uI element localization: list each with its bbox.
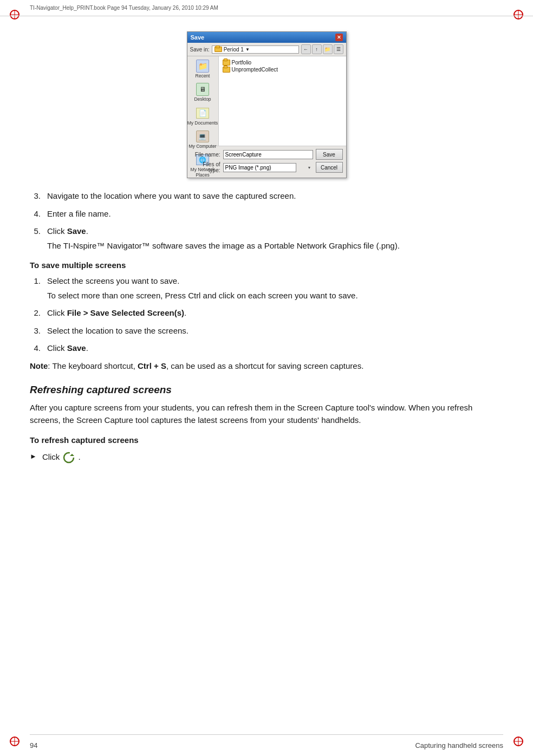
sidebar-mydocs-label: My Documents — [187, 121, 218, 126]
step-5: 5. Click Save. The TI-Nspire™ Navigator™… — [30, 225, 503, 252]
filetype-select-wrapper — [223, 163, 313, 172]
dialog-close-button[interactable]: ✕ — [335, 34, 343, 41]
note-text-part1: : The keyboard shortcut, — [48, 361, 138, 370]
dialog-sidebar: Recent 🖥 Desktop 📄 My Documents — [187, 56, 219, 146]
folder-icon — [214, 47, 222, 52]
step-m2-bold: File > Save Selected Screen(s) — [67, 308, 184, 317]
filetype-row: Files of type: Cancel — [191, 161, 343, 173]
sidebar-item-mycomputer[interactable]: 💻 My Computer — [188, 130, 216, 149]
note-text-part2: , can be used as a shortcut for saving s… — [166, 361, 363, 370]
svg-marker-1 — [70, 454, 74, 456]
step-m2-after: . — [184, 308, 186, 317]
header-text: TI-Navigator_Help_PRINT.book Page 94 Tue… — [30, 5, 218, 11]
save-dialog: Save ✕ Save in: Period 1 ▼ ← ↑ 📁 ☰ — [187, 31, 347, 178]
step-m3-num: 3. — [30, 325, 41, 337]
screenshot-container: Save ✕ Save in: Period 1 ▼ ← ↑ 📁 ☰ — [30, 31, 503, 178]
crop-mark-bl — [10, 737, 20, 746]
dropdown-arrow: ▼ — [245, 47, 250, 52]
step-m2-num: 2. — [30, 307, 41, 320]
filetype-input[interactable] — [223, 163, 296, 172]
recent-folder-icon — [196, 60, 209, 73]
folder-dropdown[interactable]: Period 1 ▼ — [212, 45, 299, 54]
step-5-content: Click Save. The TI-Nspire™ Navigator™ so… — [47, 225, 503, 252]
save-dialog-button[interactable]: Save — [316, 149, 343, 160]
page-number: 94 — [30, 741, 37, 750]
step-m2-before: Click — [47, 308, 67, 317]
step-5-bold: Save — [67, 226, 86, 236]
new-folder-button[interactable]: 📁 — [323, 44, 333, 54]
steps-list-1: 3. Navigate to the location where you wa… — [30, 190, 503, 252]
file-item-unprompted[interactable]: UnpromptedCollect — [222, 66, 343, 73]
step-3-content: Navigate to the location where you want … — [47, 190, 503, 203]
dialog-body: Recent 🖥 Desktop 📄 My Documents — [187, 56, 346, 146]
step-5-text-after: . — [86, 226, 88, 236]
step-m1: 1. Select the screens you want to save. … — [30, 275, 503, 302]
mycomputer-icon: 💻 — [195, 130, 210, 143]
main-content: Save ✕ Save in: Period 1 ▼ ← ↑ 📁 ☰ — [30, 16, 503, 729]
step-m1-content: Select the screens you want to save. To … — [47, 275, 503, 302]
note-label: Note — [30, 361, 48, 370]
step-3-num: 3. — [30, 190, 41, 203]
dialog-toolbar: Save in: Period 1 ▼ ← ↑ 📁 ☰ — [187, 43, 346, 56]
step-m4-text: Click Save. — [47, 342, 503, 355]
toolbar-buttons: ← ↑ 📁 ☰ — [301, 44, 343, 54]
step-5-note: The TI-Nspire™ Navigator™ software saves… — [47, 240, 503, 252]
mydocs-folder-icon: 📄 — [196, 108, 209, 119]
back-button[interactable]: ← — [301, 44, 311, 54]
step-5-num: 5. — [30, 225, 41, 252]
crop-mark-br — [514, 737, 523, 746]
portfolio-folder-icon — [223, 60, 230, 66]
footer-section-title: Capturing handheld screens — [415, 741, 503, 750]
step-m4: 4. Click Save. — [30, 342, 503, 355]
step-m1-num: 1. — [30, 275, 41, 302]
sidebar-item-recent[interactable]: Recent — [195, 60, 210, 79]
page-header: TI-Navigator_Help_PRINT.book Page 94 Tue… — [0, 0, 533, 16]
sidebar-mycomputer-label: My Computer — [188, 144, 216, 149]
dialog-title-bar: Save ✕ — [187, 32, 346, 43]
note-shortcut: Ctrl + S — [138, 361, 166, 370]
unprompted-folder-icon — [223, 67, 230, 73]
file-item-portfolio[interactable]: Portfolio — [222, 59, 343, 66]
ctrl-s-note: Note: The keyboard shortcut, Ctrl + S, c… — [30, 360, 503, 373]
dialog-file-area: Portfolio UnpromptedCollect — [219, 56, 346, 146]
step-m3: 3. Select the location to save the scree… — [30, 325, 503, 337]
sidebar-desktop-label: Desktop — [194, 97, 211, 102]
steps-list-2: 1. Select the screens you want to save. … — [30, 275, 503, 355]
view-button[interactable]: ☰ — [334, 44, 343, 54]
sidebar-item-desktop[interactable]: 🖥 Desktop — [194, 83, 211, 102]
refresh-section-title: Refreshing captured screens — [30, 384, 503, 396]
refresh-period: . — [78, 451, 80, 464]
recent-icon — [195, 60, 210, 73]
filetype-label: Files of type: — [191, 161, 220, 173]
unprompted-label: UnpromptedCollect — [232, 67, 278, 73]
up-button[interactable]: ↑ — [312, 44, 322, 54]
refresh-bullet-content: Click . — [42, 451, 81, 464]
dialog-footer: File name: Save Files of type: Cancel — [187, 146, 346, 178]
page-footer: 94 Capturing handheld screens — [30, 734, 503, 756]
step-5-text-before: Click — [47, 226, 67, 236]
step-m4-num: 4. — [30, 342, 41, 355]
refresh-icon — [62, 451, 75, 464]
refresh-bullet: ► Click . — [30, 451, 503, 464]
step-m2: 2. Click File > Save Selected Screen(s). — [30, 307, 503, 320]
filename-input[interactable] — [223, 150, 313, 159]
bullet-arrow-icon: ► — [30, 452, 37, 460]
refresh-subheading: To refresh captured screens — [30, 435, 503, 445]
dialog-title: Save — [191, 34, 205, 41]
step-m3-content: Select the location to save the screens. — [47, 325, 503, 337]
step-3-text: Navigate to the location where you want … — [47, 190, 503, 203]
step-m1-note: To select more than one screen, Press Ct… — [47, 290, 503, 302]
step-m3-text: Select the location to save the screens. — [47, 325, 503, 337]
step-m4-content: Click Save. — [47, 342, 503, 355]
step-m4-before: Click — [47, 343, 67, 353]
cancel-dialog-button[interactable]: Cancel — [316, 162, 343, 173]
mycomputer-folder-icon: 💻 — [196, 131, 209, 142]
portfolio-label: Portfolio — [232, 60, 252, 66]
step-m2-text: Click File > Save Selected Screen(s). — [47, 307, 503, 320]
step-5-text: Click Save. — [47, 225, 503, 238]
desktop-icon: 🖥 — [195, 83, 210, 96]
sidebar-item-mydocs[interactable]: 📄 My Documents — [187, 107, 218, 126]
step-4: 4. Enter a file name. — [30, 208, 503, 220]
step-m2-content: Click File > Save Selected Screen(s). — [47, 307, 503, 320]
refresh-body-text: After you capture screens from your stud… — [30, 401, 503, 427]
